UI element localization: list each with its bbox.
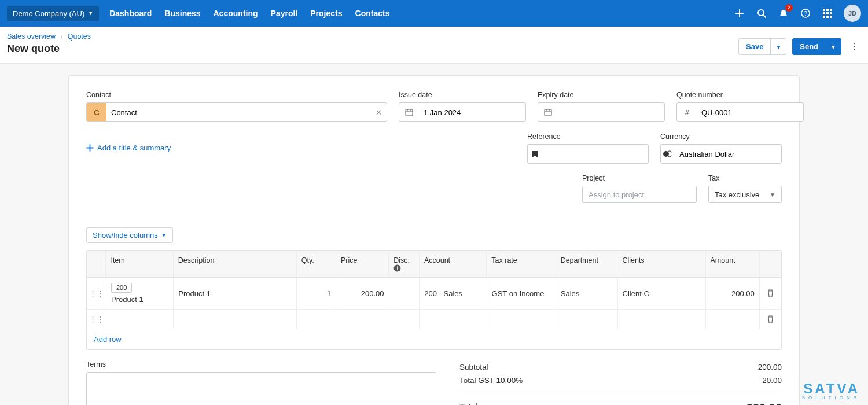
cell-disc[interactable] bbox=[389, 310, 420, 329]
add-row-button[interactable]: Add row bbox=[87, 329, 781, 349]
totals-panel: Subtotal 200.00 Total GST 10.00% 20.00 T… bbox=[459, 360, 782, 405]
cell-qty[interactable]: 1 bbox=[297, 278, 336, 309]
col-item: Item bbox=[106, 251, 173, 277]
send-button[interactable]: Send bbox=[792, 38, 826, 55]
cell-amount: 200.00 bbox=[706, 278, 760, 309]
table-row-empty: ⋮⋮ bbox=[87, 310, 781, 329]
save-button[interactable]: Save bbox=[738, 38, 771, 55]
org-name: Demo Company (AU) bbox=[13, 9, 84, 18]
clear-icon[interactable]: ✕ bbox=[370, 108, 387, 117]
create-icon[interactable] bbox=[734, 8, 745, 19]
help-icon[interactable]: ? bbox=[800, 8, 811, 19]
more-options-icon[interactable]: ⋮ bbox=[847, 41, 861, 53]
nav-dashboard[interactable]: Dashboard bbox=[109, 9, 152, 18]
cell-disc[interactable] bbox=[389, 278, 420, 309]
issue-date-input-wrap[interactable] bbox=[399, 102, 526, 122]
drag-handle-icon[interactable]: ⋮⋮ bbox=[87, 278, 106, 309]
cell-department[interactable] bbox=[556, 310, 618, 329]
send-options-button[interactable]: ▼ bbox=[826, 38, 841, 55]
contact-avatar-icon: C bbox=[87, 103, 106, 122]
notification-badge: 2 bbox=[785, 4, 793, 12]
breadcrumb-sales-overview[interactable]: Sales overview bbox=[7, 32, 56, 41]
tax-select[interactable]: Tax exclusive ▼ bbox=[708, 186, 782, 203]
subheader: Sales overview › Quotes New quote Save ▼… bbox=[0, 27, 868, 64]
terms-textarea[interactable] bbox=[86, 372, 436, 405]
show-hide-columns-button[interactable]: Show/hide columns ▼ bbox=[86, 227, 173, 243]
cell-item[interactable]: 200 Product 1 bbox=[106, 278, 174, 309]
nav-business[interactable]: Business bbox=[164, 9, 200, 18]
contact-input[interactable] bbox=[106, 103, 370, 122]
contact-input-wrap: C ✕ bbox=[86, 102, 387, 122]
drag-handle-icon[interactable]: ⋮⋮ bbox=[87, 310, 106, 329]
hash-icon: # bbox=[677, 103, 697, 122]
cell-price[interactable]: 200.00 bbox=[336, 278, 389, 309]
calendar-icon bbox=[538, 103, 558, 122]
item-name: Product 1 bbox=[111, 295, 144, 304]
cell-amount bbox=[706, 310, 760, 329]
svg-point-5 bbox=[663, 151, 669, 157]
cell-item[interactable] bbox=[106, 310, 174, 329]
currency-icon bbox=[661, 145, 675, 163]
col-disc: Disc. i bbox=[389, 251, 420, 277]
contact-label: Contact bbox=[86, 91, 387, 99]
caret-down-icon: ▼ bbox=[88, 10, 93, 16]
cell-department[interactable]: Sales bbox=[556, 278, 618, 309]
caret-down-icon: ▼ bbox=[775, 44, 781, 50]
show-hide-label: Show/hide columns bbox=[93, 231, 158, 240]
breadcrumb-quotes[interactable]: Quotes bbox=[68, 32, 91, 41]
save-button-group: Save ▼ bbox=[738, 38, 786, 55]
send-button-group: Send ▼ bbox=[792, 38, 841, 55]
reference-input[interactable] bbox=[542, 145, 648, 163]
line-items-table: Item Description Qty. Price Disc. i Acco… bbox=[86, 250, 782, 350]
project-select[interactable]: Assign to project bbox=[582, 186, 697, 203]
bookmark-icon bbox=[528, 145, 542, 163]
cell-price[interactable] bbox=[336, 310, 389, 329]
currency-input-wrap[interactable] bbox=[660, 144, 782, 164]
quote-number-input[interactable] bbox=[697, 103, 803, 122]
subtotal-label: Subtotal bbox=[459, 363, 488, 371]
breadcrumb: Sales overview › Quotes bbox=[7, 32, 91, 41]
item-code: 200 bbox=[111, 283, 132, 293]
col-tax-rate: Tax rate bbox=[487, 251, 556, 277]
cell-tax-rate[interactable] bbox=[487, 310, 556, 329]
cell-clients[interactable]: Client C bbox=[618, 278, 706, 309]
cell-tax-rate[interactable]: GST on Income bbox=[487, 278, 556, 309]
svg-text:?: ? bbox=[804, 10, 807, 17]
delete-row-icon[interactable] bbox=[760, 310, 781, 329]
expiry-date-input[interactable] bbox=[558, 103, 664, 122]
info-icon[interactable]: i bbox=[393, 264, 401, 272]
currency-input[interactable] bbox=[675, 145, 781, 163]
quote-number-input-wrap: # bbox=[676, 102, 804, 122]
notifications-icon[interactable]: 2 bbox=[778, 8, 789, 19]
subtotal-value: 200.00 bbox=[758, 363, 782, 371]
terms-label: Terms bbox=[86, 360, 436, 369]
cell-qty[interactable] bbox=[297, 310, 336, 329]
page-actions: Save ▼ Send ▼ ⋮ bbox=[738, 38, 861, 55]
nav-accounting[interactable]: Accounting bbox=[214, 9, 258, 18]
cell-account[interactable]: 200 - Sales bbox=[420, 278, 487, 309]
issue-date-input[interactable] bbox=[419, 103, 525, 122]
nav-payroll[interactable]: Payroll bbox=[271, 9, 298, 18]
tax-label: Tax bbox=[708, 174, 782, 182]
user-avatar[interactable]: JD bbox=[844, 5, 861, 22]
tax-value: Tax exclusive bbox=[715, 190, 759, 199]
svg-rect-3 bbox=[406, 109, 413, 116]
nav-contacts[interactable]: Contacts bbox=[355, 9, 390, 18]
delete-row-icon[interactable] bbox=[760, 278, 781, 309]
apps-icon[interactable] bbox=[822, 8, 833, 19]
col-qty: Qty. bbox=[297, 251, 336, 277]
cell-description[interactable]: Product 1 bbox=[174, 278, 297, 309]
nav-projects[interactable]: Projects bbox=[310, 9, 342, 18]
org-switcher[interactable]: Demo Company (AU) ▼ bbox=[7, 6, 99, 21]
svg-rect-4 bbox=[545, 109, 551, 116]
save-options-button[interactable]: ▼ bbox=[771, 38, 786, 55]
search-icon[interactable] bbox=[756, 8, 767, 19]
cell-description[interactable] bbox=[174, 310, 297, 329]
caret-down-icon: ▼ bbox=[830, 44, 836, 50]
add-title-summary-button[interactable]: Add a title & summary bbox=[86, 131, 171, 164]
col-clients: Clients bbox=[617, 251, 705, 277]
project-label: Project bbox=[582, 174, 697, 182]
cell-account[interactable] bbox=[420, 310, 487, 329]
expiry-date-input-wrap[interactable] bbox=[538, 102, 665, 122]
cell-clients[interactable] bbox=[618, 310, 706, 329]
